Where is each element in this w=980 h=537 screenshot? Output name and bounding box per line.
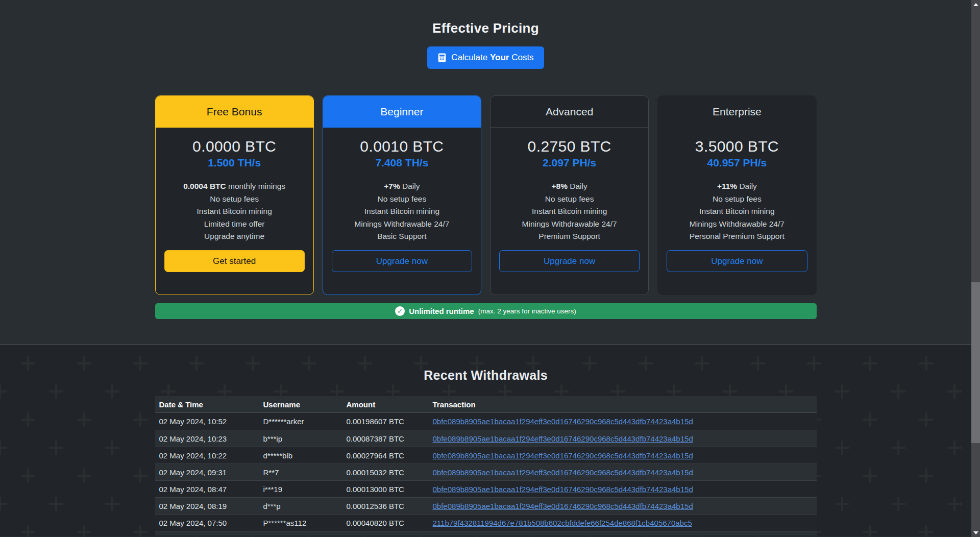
- pricing-page: Effective Pricing: [0, 0, 980, 537]
- plan-feature: +11% Daily: [667, 180, 807, 193]
- plan-feature: Premium Support: [499, 230, 640, 243]
- transaction-link[interactable]: 211b79f432811994d67e781b508b602cbfddefe6…: [433, 519, 692, 527]
- plan-feature: +8% Daily: [499, 180, 640, 193]
- plan-feature: Minings Withdrawable 24/7: [667, 218, 807, 231]
- cell-amount: 0.00012536 BTC: [342, 502, 429, 510]
- plan-cta-button[interactable]: Get started: [164, 250, 305, 272]
- plan-feature: Basic Support: [332, 230, 472, 243]
- transaction-link[interactable]: 0bfe089b8905ae1bacaa1f294eff3e0d16746290…: [433, 434, 693, 443]
- pricing-section: Effective Pricing: [0, 0, 971, 345]
- table-row: 02 May 2024, 08:47 i***19 0.00013000 BTC…: [155, 480, 817, 497]
- table-row: 02 May 2024, 10:22 d*****blb 0.00027964 …: [155, 447, 817, 463]
- plan-feature: +7% Daily: [332, 180, 472, 193]
- plan-feature: Personal Premium Support: [667, 230, 807, 243]
- plan-card-advanced: Advanced 0.2750 BTC 2.097 PH/s +8% Daily…: [490, 95, 649, 295]
- plan-cards: Free Bonus 0.0000 BTC 1.500 TH/s 0.0004 …: [155, 95, 817, 295]
- table-row: 02 May 2024, 08:19 d***p 0.00012536 BTC …: [155, 497, 817, 514]
- calculator-icon: [437, 53, 447, 62]
- plan-cta-button[interactable]: Upgrade now: [332, 250, 472, 272]
- plan-feature: 0.0004 BTC monthly minings: [164, 180, 305, 193]
- transaction-link[interactable]: 0bfe089b8905ae1bacaa1f294eff3e0d16746290…: [433, 451, 693, 460]
- plan-name: Beginner: [323, 96, 481, 128]
- scroll-up-icon: [973, 3, 978, 6]
- cell-datetime: 02 May 2024, 10:23: [155, 434, 259, 443]
- cell-amount: 0.00027964 BTC: [342, 451, 429, 460]
- calculate-costs-button[interactable]: Calculate Your Costs: [427, 46, 544, 69]
- cell-username: d*****blb: [259, 451, 342, 460]
- plan-cta-button[interactable]: Upgrade now: [499, 250, 640, 272]
- plan-price: 3.5000 BTC: [667, 138, 807, 155]
- cell-username: D******arker: [259, 417, 342, 426]
- scroll-up-button[interactable]: [971, 0, 980, 9]
- column-header-amount: Amount: [342, 400, 429, 409]
- plan-price: 0.2750 BTC: [499, 138, 640, 155]
- column-header-username: Username: [259, 400, 342, 409]
- table-row: 02 May 2024, 10:23 b***ip 0.00087387 BTC…: [155, 430, 817, 447]
- cell-datetime: 02 May 2024, 09:31: [155, 468, 259, 477]
- table-body: 02 May 2024, 10:52 D******arker 0.001986…: [155, 413, 817, 535]
- cell-datetime: 02 May 2024, 10:52: [155, 417, 259, 426]
- table-row: 02 May 2024, 10:52 D******arker 0.001986…: [155, 413, 817, 430]
- column-header-transaction: Transaction: [429, 400, 817, 409]
- plan-body: 0.0010 BTC 7.408 TH/s +7% DailyNo setup …: [323, 128, 481, 295]
- scrollbar-thumb[interactable]: [971, 282, 980, 443]
- cell-amount: 0.00198607 BTC: [342, 417, 429, 426]
- table-row: 02 May 2024, 09:31 R**7 0.00015032 BTC 0…: [155, 463, 817, 480]
- plan-body: 3.5000 BTC 40.957 PH/s +11% DailyNo setu…: [658, 128, 816, 295]
- plan-feature: No setup fees: [667, 193, 807, 206]
- runtime-banner-title: Unlimited runtime: [409, 307, 474, 315]
- table-header-row: Date & TimeUsernameAmountTransaction: [155, 396, 817, 413]
- plan-price: 0.0000 BTC: [164, 138, 305, 155]
- cell-username: i***19: [259, 485, 342, 494]
- transaction-link[interactable]: 0bfe089b8905ae1bacaa1f294eff3e0d16746290…: [433, 502, 693, 510]
- cell-username: P******as112: [259, 519, 342, 527]
- plan-feature: No setup fees: [164, 193, 305, 206]
- plan-name: Free Bonus: [156, 96, 313, 128]
- calculate-costs-label: Calculate Your Costs: [451, 53, 533, 63]
- plan-feature: No setup fees: [332, 193, 472, 206]
- plan-features: +11% DailyNo setup feesInstant Bitcoin m…: [667, 180, 807, 243]
- page-title: Effective Pricing: [155, 20, 817, 36]
- plan-cta-button[interactable]: Upgrade now: [667, 250, 807, 272]
- cell-amount: 0.00013000 BTC: [342, 485, 429, 494]
- transaction-link[interactable]: 0bfe089b8905ae1bacaa1f294eff3e0d16746290…: [433, 468, 693, 477]
- plan-features: +7% DailyNo setup feesInstant Bitcoin mi…: [332, 180, 472, 243]
- withdrawals-section: Recent Withdrawals Date & TimeUsernameAm…: [0, 345, 971, 536]
- cell-datetime: 02 May 2024, 10:22: [155, 451, 259, 460]
- cell-datetime: 02 May 2024, 08:19: [155, 502, 259, 510]
- cell-username: d***p: [259, 502, 342, 510]
- plan-features: 0.0004 BTC monthly miningsNo setup feesI…: [164, 180, 305, 243]
- plan-feature: Minings Withdrawable 24/7: [499, 218, 640, 231]
- cell-datetime: 02 May 2024, 07:50: [155, 519, 259, 527]
- table-row: 02 May 2024, 07:50 P******as112 0.000408…: [155, 514, 817, 531]
- runtime-banner-note: (max. 2 years for inactive users): [478, 307, 576, 315]
- plan-name: Enterprise: [658, 96, 816, 128]
- check-circle-icon: ✓: [395, 306, 405, 316]
- withdrawals-table: Date & TimeUsernameAmountTransaction 02 …: [155, 396, 817, 535]
- transaction-link[interactable]: 0bfe089b8905ae1bacaa1f294eff3e0d16746290…: [433, 417, 693, 426]
- plan-feature: Instant Bitcoin mining: [332, 205, 472, 218]
- cell-amount: 0.00087387 BTC: [342, 434, 429, 443]
- cell-username: b***ip: [259, 434, 342, 443]
- plan-hashrate: 1.500 TH/s: [164, 157, 305, 169]
- plan-body: 0.2750 BTC 2.097 PH/s +8% DailyNo setup …: [491, 128, 648, 295]
- runtime-banner: ✓ Unlimited runtime (max. 2 years for in…: [155, 303, 817, 319]
- plan-card-beginner: Beginner 0.0010 BTC 7.408 TH/s +7% Daily…: [323, 95, 481, 295]
- plan-card-free-bonus: Free Bonus 0.0000 BTC 1.500 TH/s 0.0004 …: [155, 95, 314, 295]
- cell-datetime: 02 May 2024, 08:47: [155, 485, 259, 494]
- plan-feature: No setup fees: [499, 193, 640, 206]
- plan-body: 0.0000 BTC 1.500 TH/s 0.0004 BTC monthly…: [156, 128, 313, 295]
- scroll-down-icon: [973, 531, 978, 534]
- plan-feature: Instant Bitcoin mining: [164, 205, 305, 218]
- plan-feature: Instant Bitcoin mining: [499, 205, 640, 218]
- withdrawals-title: Recent Withdrawals: [0, 345, 971, 383]
- plan-card-enterprise: Enterprise 3.5000 BTC 40.957 PH/s +11% D…: [657, 95, 816, 295]
- plan-features: +8% DailyNo setup feesInstant Bitcoin mi…: [499, 180, 640, 243]
- scroll-down-button[interactable]: [971, 528, 980, 537]
- plan-feature: Upgrade anytime: [164, 230, 305, 243]
- transaction-link[interactable]: 0bfe089b8905ae1bacaa1f294eff3e0d16746290…: [433, 485, 693, 494]
- vertical-scrollbar[interactable]: [971, 0, 980, 537]
- plan-hashrate: 7.408 TH/s: [332, 157, 472, 169]
- plan-feature: Minings Withdrawable 24/7: [332, 218, 472, 231]
- plan-name: Advanced: [491, 96, 648, 128]
